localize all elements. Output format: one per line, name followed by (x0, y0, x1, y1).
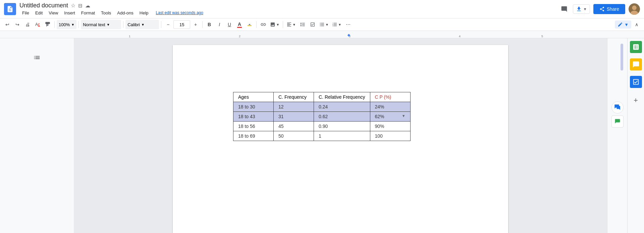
align-button[interactable]: ▼ (285, 20, 297, 29)
redo-button[interactable]: ↪ (13, 20, 22, 29)
zoom-select[interactable]: 100% ▼ (57, 20, 76, 29)
cloud-icon[interactable]: ☁ (85, 3, 90, 9)
paintformat-button[interactable] (43, 20, 52, 29)
menu-format[interactable]: Format (78, 10, 98, 16)
underline-button[interactable]: U (225, 20, 234, 29)
style-select[interactable]: Normal text ▼ (81, 20, 121, 29)
document-title[interactable]: Untitled document (19, 2, 68, 9)
data-table: Ages C. Frequency C. Relative Frequency … (233, 92, 411, 141)
page-area: Ages C. Frequency C. Relative Frequency … (74, 38, 607, 233)
add-sidebar-button[interactable]: + (634, 96, 638, 105)
bullet-list-button[interactable]: ▼ (318, 20, 330, 29)
cell-0-0[interactable]: 18 to 30 (233, 102, 274, 112)
zoom-value: 100% (59, 22, 70, 27)
undo-button[interactable]: ↩ (3, 20, 12, 29)
svg-point-1 (632, 6, 636, 10)
table-row: 18 to 56450.9090% (233, 122, 411, 131)
font-value: Calibri (127, 22, 140, 27)
add-comment-sidebar-button[interactable] (611, 101, 624, 113)
style-value: Normal text (83, 22, 105, 27)
table-row: 18 to 69501100 (233, 131, 411, 141)
star-icon[interactable]: ☆ (71, 2, 75, 9)
user-avatar[interactable] (629, 3, 640, 15)
decrease-font-button[interactable]: − (163, 20, 173, 29)
menu-help[interactable]: Help (137, 10, 151, 16)
cell-0-3[interactable]: 24% (370, 102, 410, 112)
cell-1-3[interactable]: 62%▼ (370, 112, 410, 122)
menu-tools[interactable]: Tools (98, 10, 114, 16)
menu-file[interactable]: File (19, 10, 32, 16)
publish-button[interactable]: ▼ (573, 4, 590, 14)
outline-icon[interactable] (33, 55, 41, 64)
font-select[interactable]: Calibri ▼ (125, 20, 159, 29)
cell-2-1[interactable]: 45 (274, 122, 314, 131)
cell-3-2[interactable]: 1 (314, 131, 370, 141)
cell-3-1[interactable]: 50 (274, 131, 314, 141)
table-row: 18 to 43310.6262%▼ (233, 112, 411, 122)
cell-1-2[interactable]: 0.62 (314, 112, 370, 122)
italic-button[interactable]: I (215, 20, 224, 29)
add-note-sidebar-button[interactable] (611, 115, 624, 128)
title-area: Untitled document ☆ ⊟ ☁ File Edit View I… (19, 2, 206, 16)
publish-chevron: ▼ (583, 7, 587, 11)
tasks-sidebar-icon[interactable] (630, 76, 642, 88)
checklist-button[interactable] (308, 20, 317, 29)
increase-font-button[interactable]: + (191, 20, 200, 29)
bold-button[interactable]: B (205, 20, 214, 29)
menu-addons[interactable]: Add-ons (114, 10, 136, 16)
svg-rect-3 (248, 25, 252, 26)
left-sidebar (0, 38, 74, 233)
header-ages: Ages (233, 92, 274, 102)
font-size-input[interactable]: 15 (173, 20, 190, 29)
cell-1-1[interactable]: 31 (274, 112, 314, 122)
header-cp: C P (%) (370, 92, 410, 102)
insert-image-button[interactable]: ▼ (269, 20, 281, 29)
last-edit-label: Last edit was seconds ago (153, 10, 206, 16)
google-workspace-sidebar: + (627, 38, 644, 233)
document-page[interactable]: Ages C. Frequency C. Relative Frequency … (173, 45, 508, 233)
ruler: 1 2 3 4 5 (0, 31, 644, 38)
menu-edit[interactable]: Edit (33, 10, 45, 16)
cell-3-0[interactable]: 18 to 69 (233, 131, 274, 141)
spellcheck-button[interactable]: Ac (33, 20, 42, 29)
menu-view[interactable]: View (46, 10, 61, 16)
text-color-button[interactable]: A (235, 20, 244, 29)
bookmark-icon[interactable]: ⊟ (78, 3, 83, 9)
header-crelfreq: C. Relative Frequency (314, 92, 370, 102)
numbered-list-button[interactable]: ▼ (331, 20, 343, 29)
more-options-button[interactable]: ⋯ (343, 20, 353, 29)
cell-3-3[interactable]: 100 (370, 131, 410, 141)
right-panel (607, 38, 627, 233)
table-row: 18 to 30120.2424% (233, 102, 411, 112)
google-docs-logo (4, 3, 16, 15)
print-button[interactable]: 🖨 (23, 20, 32, 29)
sheets-sidebar-icon[interactable] (630, 41, 642, 53)
share-button[interactable]: Share (593, 4, 625, 14)
notes-sidebar-icon[interactable] (630, 58, 642, 71)
collapse-toolbar-button[interactable]: ∧ (632, 20, 641, 29)
edit-mode-button[interactable]: ▼ (615, 20, 631, 29)
menu-insert[interactable]: Insert (61, 10, 78, 16)
comments-icon[interactable] (559, 4, 570, 14)
header-cfrequency: C. Frequency (274, 92, 314, 102)
cell-0-2[interactable]: 0.24 (314, 102, 370, 112)
font-size-value: 15 (179, 22, 184, 27)
cell-2-3[interactable]: 90% (370, 122, 410, 131)
cell-0-1[interactable]: 12 (274, 102, 314, 112)
cell-2-2[interactable]: 0.90 (314, 122, 370, 131)
cell-1-0[interactable]: 18 to 43 (233, 112, 274, 122)
highlight-button[interactable] (245, 20, 254, 29)
table-header-row: Ages C. Frequency C. Relative Frequency … (233, 92, 411, 102)
cell-2-0[interactable]: 18 to 56 (233, 122, 274, 131)
line-spacing-button[interactable] (298, 20, 307, 29)
table-body: 18 to 30120.2424%18 to 43310.6262%▼18 to… (233, 102, 411, 141)
link-button[interactable] (259, 20, 268, 29)
share-label: Share (607, 6, 619, 12)
